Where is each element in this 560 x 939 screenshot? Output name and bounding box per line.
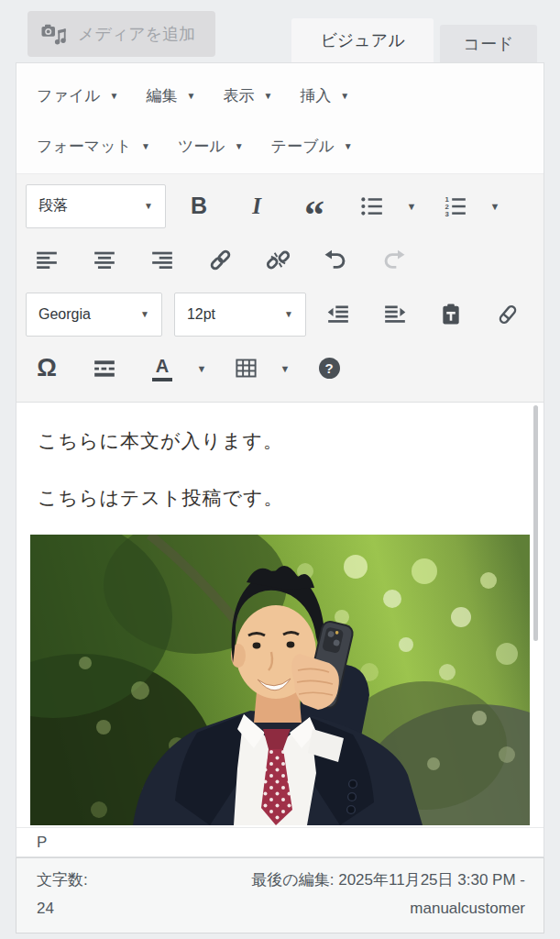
eraser-icon [496, 303, 520, 326]
chevron-down-icon: ▼ [141, 141, 150, 151]
menu-format[interactable]: フォーマット ▼ [37, 136, 150, 157]
element-path-bar: P [16, 827, 544, 856]
block-format-select[interactable]: 段落 ▼ [26, 184, 166, 228]
blockquote-icon: “ [304, 188, 324, 225]
status-bar: 文字数: 24 最後の編集: 2025年11月25日 3:30 PM - man… [16, 857, 544, 933]
bullet-list-dropdown[interactable]: ▼ [400, 185, 423, 227]
help-icon: ? [319, 358, 340, 379]
body-paragraph: こちらはテスト投稿です。 [38, 485, 544, 511]
tab-code[interactable]: コード [440, 25, 537, 62]
align-left-button[interactable] [26, 239, 68, 282]
menu-tools[interactable]: ツール ▼ [178, 136, 244, 157]
paste-as-text-button[interactable] [431, 293, 472, 336]
tab-visual[interactable]: ビジュアル [291, 18, 434, 62]
chevron-down-icon: ▼ [187, 91, 196, 101]
bold-icon: B [191, 193, 207, 219]
menubar: ファイル ▼ 編集 ▼ 表示 ▼ 挿入 ▼ フォーマット [16, 63, 544, 173]
numbered-list-icon: 123 [444, 194, 467, 218]
editor-panel: ファイル ▼ 編集 ▼ 表示 ▼ 挿入 ▼ フォーマット [16, 62, 544, 857]
link-button[interactable] [199, 239, 241, 282]
editor-wrapper: メディアを追加 ビジュアル コード ファイル ▼ 編集 ▼ 表示 ▼ [16, 0, 544, 933]
special-character-button[interactable]: Ω [26, 348, 68, 390]
add-media-label: メディアを追加 [78, 23, 195, 45]
unlink-icon [266, 248, 291, 272]
word-count: 文字数: 24 [37, 867, 88, 922]
align-right-icon [150, 249, 174, 272]
editor-mode-tabs: ビジュアル コード [291, 18, 537, 62]
table-button[interactable] [225, 348, 267, 390]
chevron-down-icon: ▼ [263, 91, 272, 101]
content-scrollbar[interactable] [533, 405, 538, 641]
undo-button[interactable] [314, 239, 357, 282]
table-dropdown[interactable]: ▼ [273, 348, 297, 390]
table-icon [234, 356, 258, 381]
italic-icon: I [252, 193, 261, 219]
paste-as-text-icon [439, 303, 463, 326]
last-edited-text: 最後の編集: 2025年11月25日 3:30 PM - [251, 867, 525, 895]
body-paragraph: こちらに本文が入ります。 [38, 403, 544, 454]
word-count-label: 文字数: [37, 867, 88, 895]
outdent-icon [326, 303, 350, 326]
redo-icon [381, 248, 406, 272]
last-edited-user: manualcustomer [251, 895, 525, 923]
blockquote-button[interactable]: “ [293, 185, 335, 227]
last-edited: 最後の編集: 2025年11月25日 3:30 PM - manualcusto… [251, 867, 525, 922]
bullet-list-button[interactable] [351, 185, 393, 227]
chevron-down-icon: ▼ [144, 201, 153, 211]
menu-edit[interactable]: 編集 ▼ [147, 85, 196, 106]
chevron-down-icon: ▼ [344, 141, 353, 151]
text-color-icon: A [152, 356, 172, 381]
undo-icon [324, 248, 348, 272]
post-image[interactable] [30, 535, 530, 825]
menu-file[interactable]: ファイル ▼ [37, 85, 119, 106]
text-color-button[interactable]: A [141, 348, 183, 390]
indent-button[interactable] [375, 293, 416, 336]
chevron-down-icon: ▼ [340, 91, 349, 101]
outdent-button[interactable] [318, 293, 359, 336]
word-count-value: 24 [37, 895, 88, 923]
text-color-dropdown[interactable]: ▼ [190, 348, 214, 390]
numbered-list-button[interactable]: 123 [434, 185, 477, 227]
clear-formatting-button[interactable] [488, 293, 529, 336]
link-icon [208, 248, 233, 272]
numbered-list-dropdown[interactable]: ▼ [483, 185, 507, 227]
chevron-down-icon: ▼ [284, 309, 293, 319]
italic-button[interactable]: I [236, 185, 278, 227]
element-path-item[interactable]: P [37, 834, 47, 852]
chevron-down-icon: ▼ [235, 141, 244, 151]
help-button[interactable]: ? [308, 348, 350, 390]
add-media-button[interactable]: メディアを追加 [27, 11, 215, 57]
menu-view[interactable]: 表示 ▼ [223, 85, 272, 106]
omega-icon: Ω [37, 354, 57, 382]
font-family-select[interactable]: Georgia ▼ [26, 293, 162, 337]
indent-icon [383, 303, 407, 326]
read-more-button[interactable] [83, 348, 126, 390]
bullet-list-icon [360, 194, 384, 218]
svg-text:3: 3 [445, 209, 450, 217]
menu-insert[interactable]: 挿入 ▼ [300, 85, 349, 106]
unlink-button[interactable] [257, 239, 299, 282]
bold-button[interactable]: B [178, 185, 220, 227]
add-media-icon [41, 22, 67, 46]
font-size-select[interactable]: 12pt ▼ [174, 293, 306, 337]
chevron-down-icon: ▼ [110, 91, 119, 101]
editor-content-area[interactable]: こちらに本文が入ります。 こちらはテスト投稿です。 [16, 403, 544, 827]
align-center-button[interactable] [83, 239, 126, 282]
align-right-button[interactable] [141, 239, 183, 282]
chevron-down-icon: ▼ [140, 309, 149, 319]
menu-table[interactable]: テーブル ▼ [271, 136, 353, 157]
align-left-icon [35, 249, 59, 272]
toolbar: 段落 ▼ B I “ [16, 173, 544, 403]
read-more-icon [93, 357, 116, 381]
redo-button[interactable] [372, 239, 414, 282]
editor-top-bar: メディアを追加 ビジュアル コード [16, 0, 544, 62]
align-center-icon [93, 249, 116, 272]
